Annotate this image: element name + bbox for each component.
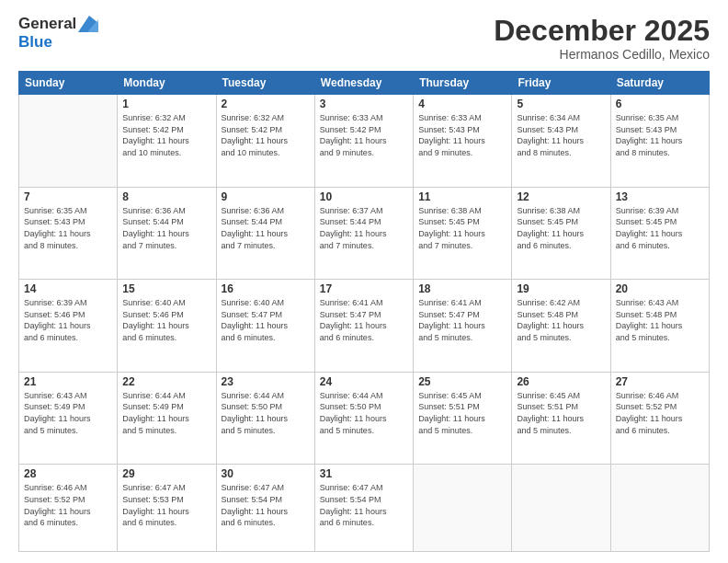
title-area: December 2025 Hermanos Cedillo, Mexico (494, 15, 710, 62)
calendar-week-row: 21Sunrise: 6:43 AM Sunset: 5:49 PM Dayli… (19, 372, 710, 465)
day-info: Sunrise: 6:35 AM Sunset: 5:43 PM Dayligh… (24, 205, 112, 251)
day-info: Sunrise: 6:43 AM Sunset: 5:49 PM Dayligh… (24, 390, 112, 436)
calendar-cell: 19Sunrise: 6:42 AM Sunset: 5:48 PM Dayli… (512, 280, 610, 373)
day-number: 10 (320, 190, 408, 203)
calendar-cell: 5Sunrise: 6:34 AM Sunset: 5:43 PM Daylig… (512, 95, 610, 188)
day-header-sunday: Sunday (19, 72, 118, 95)
calendar-cell: 15Sunrise: 6:40 AM Sunset: 5:46 PM Dayli… (118, 280, 216, 373)
day-info: Sunrise: 6:40 AM Sunset: 5:46 PM Dayligh… (122, 297, 210, 343)
day-info: Sunrise: 6:32 AM Sunset: 5:42 PM Dayligh… (122, 112, 210, 158)
day-info: Sunrise: 6:38 AM Sunset: 5:45 PM Dayligh… (418, 205, 506, 251)
day-header-saturday: Saturday (610, 72, 709, 95)
calendar-cell (512, 465, 610, 552)
day-number: 1 (122, 98, 210, 110)
day-number: 15 (122, 282, 210, 295)
day-info: Sunrise: 6:38 AM Sunset: 5:45 PM Dayligh… (517, 205, 605, 251)
month-title: December 2025 (494, 15, 710, 47)
day-info: Sunrise: 6:46 AM Sunset: 5:52 PM Dayligh… (616, 390, 704, 436)
day-info: Sunrise: 6:47 AM Sunset: 5:53 PM Dayligh… (122, 482, 210, 528)
calendar-cell: 2Sunrise: 6:32 AM Sunset: 5:42 PM Daylig… (216, 95, 314, 188)
calendar-cell: 12Sunrise: 6:38 AM Sunset: 5:45 PM Dayli… (512, 187, 610, 280)
calendar-cell: 6Sunrise: 6:35 AM Sunset: 5:43 PM Daylig… (610, 95, 709, 188)
day-info: Sunrise: 6:33 AM Sunset: 5:43 PM Dayligh… (418, 112, 506, 158)
day-number: 8 (122, 190, 210, 203)
calendar-cell: 14Sunrise: 6:39 AM Sunset: 5:46 PM Dayli… (19, 280, 118, 373)
calendar-cell: 31Sunrise: 6:47 AM Sunset: 5:54 PM Dayli… (314, 465, 413, 552)
day-number: 7 (24, 190, 112, 203)
calendar-cell: 28Sunrise: 6:46 AM Sunset: 5:52 PM Dayli… (19, 465, 118, 552)
calendar-cell: 7Sunrise: 6:35 AM Sunset: 5:43 PM Daylig… (19, 187, 118, 280)
calendar-cell: 11Sunrise: 6:38 AM Sunset: 5:45 PM Dayli… (414, 187, 512, 280)
calendar-cell: 27Sunrise: 6:46 AM Sunset: 5:52 PM Dayli… (610, 372, 709, 465)
day-number: 29 (122, 467, 210, 480)
day-number: 20 (616, 282, 704, 295)
day-number: 5 (517, 98, 605, 110)
day-number: 12 (517, 190, 605, 203)
calendar-week-row: 28Sunrise: 6:46 AM Sunset: 5:52 PM Dayli… (19, 465, 710, 552)
day-number: 21 (24, 375, 112, 388)
day-info: Sunrise: 6:32 AM Sunset: 5:42 PM Dayligh… (222, 112, 310, 158)
day-number: 30 (222, 467, 310, 480)
day-info: Sunrise: 6:44 AM Sunset: 5:50 PM Dayligh… (320, 390, 408, 436)
day-info: Sunrise: 6:39 AM Sunset: 5:46 PM Dayligh… (24, 297, 112, 343)
subtitle: Hermanos Cedillo, Mexico (494, 47, 710, 62)
calendar-cell: 9Sunrise: 6:36 AM Sunset: 5:44 PM Daylig… (216, 187, 314, 280)
day-info: Sunrise: 6:34 AM Sunset: 5:43 PM Dayligh… (517, 112, 605, 158)
logo-blue: Blue (18, 33, 52, 52)
day-info: Sunrise: 6:35 AM Sunset: 5:43 PM Dayligh… (616, 112, 704, 158)
day-info: Sunrise: 6:36 AM Sunset: 5:44 PM Dayligh… (122, 205, 210, 251)
header: General Blue December 2025 Hermanos Cedi… (18, 15, 710, 62)
day-header-tuesday: Tuesday (216, 72, 314, 95)
day-info: Sunrise: 6:47 AM Sunset: 5:54 PM Dayligh… (320, 482, 408, 528)
day-number: 19 (517, 282, 605, 295)
day-info: Sunrise: 6:33 AM Sunset: 5:42 PM Dayligh… (320, 112, 408, 158)
calendar-week-row: 14Sunrise: 6:39 AM Sunset: 5:46 PM Dayli… (19, 280, 710, 373)
page: General Blue December 2025 Hermanos Cedi… (0, 0, 728, 563)
calendar-cell: 26Sunrise: 6:45 AM Sunset: 5:51 PM Dayli… (512, 372, 610, 465)
day-info: Sunrise: 6:44 AM Sunset: 5:49 PM Dayligh… (122, 390, 210, 436)
calendar-cell: 21Sunrise: 6:43 AM Sunset: 5:49 PM Dayli… (19, 372, 118, 465)
day-info: Sunrise: 6:45 AM Sunset: 5:51 PM Dayligh… (418, 390, 506, 436)
day-header-wednesday: Wednesday (314, 72, 413, 95)
calendar-cell: 18Sunrise: 6:41 AM Sunset: 5:47 PM Dayli… (414, 280, 512, 373)
calendar-cell: 17Sunrise: 6:41 AM Sunset: 5:47 PM Dayli… (314, 280, 413, 373)
day-number: 3 (320, 98, 408, 110)
day-info: Sunrise: 6:39 AM Sunset: 5:45 PM Dayligh… (616, 205, 704, 251)
day-header-thursday: Thursday (414, 72, 512, 95)
day-info: Sunrise: 6:37 AM Sunset: 5:44 PM Dayligh… (320, 205, 408, 251)
day-header-monday: Monday (118, 72, 216, 95)
day-number: 9 (222, 190, 310, 203)
day-number: 28 (24, 467, 112, 480)
calendar-cell: 4Sunrise: 6:33 AM Sunset: 5:43 PM Daylig… (414, 95, 512, 188)
calendar-cell: 24Sunrise: 6:44 AM Sunset: 5:50 PM Dayli… (314, 372, 413, 465)
day-number: 11 (418, 190, 506, 203)
day-info: Sunrise: 6:45 AM Sunset: 5:51 PM Dayligh… (517, 390, 605, 436)
calendar-header-row: SundayMondayTuesdayWednesdayThursdayFrid… (19, 72, 710, 95)
day-info: Sunrise: 6:44 AM Sunset: 5:50 PM Dayligh… (222, 390, 310, 436)
day-info: Sunrise: 6:40 AM Sunset: 5:47 PM Dayligh… (222, 297, 310, 343)
calendar-cell: 22Sunrise: 6:44 AM Sunset: 5:49 PM Dayli… (118, 372, 216, 465)
calendar-cell: 13Sunrise: 6:39 AM Sunset: 5:45 PM Dayli… (610, 187, 709, 280)
day-number: 6 (616, 98, 704, 110)
logo-general: General (18, 15, 76, 33)
calendar-cell: 29Sunrise: 6:47 AM Sunset: 5:53 PM Dayli… (118, 465, 216, 552)
day-info: Sunrise: 6:41 AM Sunset: 5:47 PM Dayligh… (320, 297, 408, 343)
day-number: 16 (222, 282, 310, 295)
day-number: 25 (418, 375, 506, 388)
calendar-cell (610, 465, 709, 552)
calendar-cell: 8Sunrise: 6:36 AM Sunset: 5:44 PM Daylig… (118, 187, 216, 280)
day-info: Sunrise: 6:42 AM Sunset: 5:48 PM Dayligh… (517, 297, 605, 343)
logo: General Blue (18, 15, 98, 51)
calendar-cell: 20Sunrise: 6:43 AM Sunset: 5:48 PM Dayli… (610, 280, 709, 373)
day-info: Sunrise: 6:47 AM Sunset: 5:54 PM Dayligh… (222, 482, 310, 528)
calendar-cell: 10Sunrise: 6:37 AM Sunset: 5:44 PM Dayli… (314, 187, 413, 280)
day-info: Sunrise: 6:46 AM Sunset: 5:52 PM Dayligh… (24, 482, 112, 528)
day-number: 31 (320, 467, 408, 480)
calendar-cell: 25Sunrise: 6:45 AM Sunset: 5:51 PM Dayli… (414, 372, 512, 465)
day-number: 17 (320, 282, 408, 295)
day-number: 2 (222, 98, 310, 110)
calendar-cell: 23Sunrise: 6:44 AM Sunset: 5:50 PM Dayli… (216, 372, 314, 465)
day-number: 24 (320, 375, 408, 388)
day-info: Sunrise: 6:36 AM Sunset: 5:44 PM Dayligh… (222, 205, 310, 251)
day-number: 22 (122, 375, 210, 388)
